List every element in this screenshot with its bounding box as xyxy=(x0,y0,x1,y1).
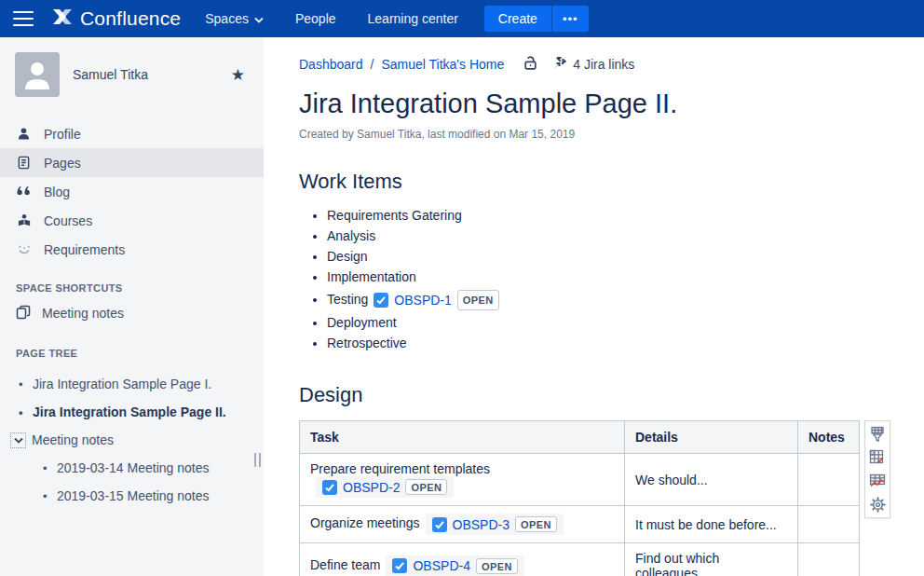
jira-issue-key[interactable]: OBSPD-2 xyxy=(343,480,400,495)
unlock-icon[interactable] xyxy=(523,55,538,74)
sidebar-item-pages[interactable]: Pages xyxy=(0,148,264,177)
page-tree-item-jira-integration-sample-page-i[interactable]: •Jira Integration Sample Page I. xyxy=(0,370,264,398)
top-navbar: Confluence SpacesPeopleLearning center C… xyxy=(0,0,924,37)
favourite-star-icon[interactable]: ★ xyxy=(231,65,249,85)
navbar-actions: Create ••• xyxy=(484,6,589,32)
product-name: Confluence xyxy=(80,7,181,30)
work-item-design: Design xyxy=(327,249,924,265)
sidebar-item-label: Blog xyxy=(44,185,70,199)
table-tools-toolbar xyxy=(864,420,890,518)
work-item-label: Analysis xyxy=(327,228,375,243)
page-tree-item-2019-03-15-meeting-notes[interactable]: •2019-03-15 Meeting notes xyxy=(0,482,264,510)
page-tree-item-label: 2019-03-14 Meeting notes xyxy=(57,460,209,475)
table-chart-icon[interactable] xyxy=(869,473,886,489)
space-profile-card[interactable]: Samuel Titka ★ xyxy=(0,37,264,106)
table-header-details: Details xyxy=(625,421,798,454)
work-item-label: Implementation xyxy=(327,269,416,284)
space-sidebar: Samuel Titka ★ ProfilePagesBlogCoursesRe… xyxy=(0,37,264,576)
hamburger-menu-icon[interactable] xyxy=(13,11,34,26)
task-checkbox-icon xyxy=(322,480,337,495)
work-item-implementation: Implementation xyxy=(327,269,924,285)
tree-bullet: • xyxy=(43,489,48,503)
requirements-icon xyxy=(16,242,32,256)
notes-cell xyxy=(798,506,860,543)
page-byline: Created by Samuel Titka, last modified o… xyxy=(299,128,924,141)
jira-issue-key[interactable]: OBSPD-3 xyxy=(453,517,510,532)
details-cell: It must be done before... xyxy=(625,506,798,543)
sidebar-item-label: Profile xyxy=(44,127,81,142)
jira-issue-badge[interactable]: OBSPD-4OPEN xyxy=(386,555,523,576)
jira-issue-badge[interactable]: OBSPD-3OPEN xyxy=(426,514,564,535)
page-tree-item-meeting-notes[interactable]: Meeting notes xyxy=(0,426,264,454)
table-header-notes: Notes xyxy=(798,421,860,454)
page-tree-item-label: Meeting notes xyxy=(32,432,114,447)
jira-links-count[interactable]: 4 Jira links xyxy=(573,57,634,72)
page-tree-title: PAGE TREE xyxy=(0,325,264,366)
work-item-label: Requirements Gatering xyxy=(327,208,462,223)
work-item-label: Deployment xyxy=(327,315,397,330)
jira-issue-badge[interactable]: OBSPD-2OPEN xyxy=(316,476,454,498)
work-item-label: Retrospective xyxy=(327,336,407,350)
sidebar-resize-handle[interactable] xyxy=(254,453,261,467)
navbar-links: SpacesPeopleLearning center xyxy=(205,11,458,26)
sidebar-item-profile[interactable]: Profile xyxy=(0,119,264,148)
details-cell: Find out which colleagues... xyxy=(625,543,798,576)
tree-expand-toggle[interactable] xyxy=(10,432,26,448)
jira-status-lozenge: OPEN xyxy=(476,558,518,574)
page-tree-item-label: 2019-03-15 Meeting notes xyxy=(57,488,209,503)
work-item-testing: TestingOBSPD-1OPEN xyxy=(327,290,924,310)
jira-issue-key[interactable]: OBSPD-4 xyxy=(413,558,469,573)
breadcrumb-space-link[interactable]: Samuel Titka's Home xyxy=(381,57,504,72)
jira-issue-key[interactable]: OBSPD-1 xyxy=(394,293,451,309)
sidebar-menu: ProfilePagesBlogCoursesRequirements xyxy=(0,119,264,264)
nav-item-spaces[interactable]: Spaces xyxy=(205,11,264,26)
table-filter-icon[interactable] xyxy=(869,426,886,443)
table-row: Prepare requirement templatesOBSPD-2OPEN… xyxy=(300,454,860,506)
nav-item-people[interactable]: People xyxy=(295,11,336,26)
tree-bullet: • xyxy=(43,461,48,475)
create-button[interactable]: Create xyxy=(484,6,551,32)
copy-icon xyxy=(16,305,31,322)
details-cell: We should... xyxy=(625,454,798,506)
nav-item-learning-center[interactable]: Learning center xyxy=(368,11,458,26)
page-icon xyxy=(16,156,32,170)
chevron-down-icon xyxy=(254,11,264,26)
work-items-list: Requirements GateringAnalysisDesignImple… xyxy=(299,208,924,351)
space-shortcuts-title: SPACE SHORTCUTS xyxy=(0,264,264,301)
user-icon xyxy=(16,127,32,141)
task-checkbox-icon xyxy=(432,517,447,532)
sidebar-item-requirements[interactable]: Requirements xyxy=(0,235,264,264)
sidebar-item-courses[interactable]: Courses xyxy=(0,206,264,235)
sidebar-item-label: Pages xyxy=(44,156,81,171)
sidebar-item-label: Requirements xyxy=(44,242,125,257)
task-cell: Define teamOBSPD-4OPEN xyxy=(300,543,625,576)
page-tree-item-jira-integration-sample-page-ii[interactable]: •Jira Integration Sample Page II. xyxy=(0,398,264,426)
jira-issue-badge[interactable]: OBSPD-1OPEN xyxy=(374,290,498,310)
task-checkbox-icon xyxy=(392,558,407,573)
confluence-logo[interactable]: Confluence xyxy=(52,7,181,30)
nav-item-label: People xyxy=(295,11,336,26)
task-label: Define team xyxy=(310,557,380,572)
sidebar-item-label: Courses xyxy=(44,213,92,228)
work-item-requirements-gatering: Requirements Gatering xyxy=(327,208,924,224)
work-items-heading: Work Items xyxy=(299,170,924,194)
page-tree: •Jira Integration Sample Page I.•Jira In… xyxy=(0,370,264,510)
task-cell: Organize meetingsOBSPD-3OPEN xyxy=(300,506,625,543)
page-tree-item-label: Jira Integration Sample Page I. xyxy=(33,377,211,391)
tree-bullet: • xyxy=(19,405,24,419)
courses-icon xyxy=(16,213,32,227)
table-header-task: Task xyxy=(300,421,625,454)
avatar xyxy=(15,52,60,97)
space-name: Samuel Titka xyxy=(73,67,231,82)
shortcut-meeting-notes[interactable]: Meeting notes xyxy=(0,301,264,325)
work-item-label: Testing xyxy=(327,292,368,307)
page-tree-item-2019-03-14-meeting-notes[interactable]: •2019-03-14 Meeting notes xyxy=(0,454,264,482)
breadcrumb-dashboard-link[interactable]: Dashboard xyxy=(299,57,363,72)
nav-item-label: Spaces xyxy=(205,11,249,26)
more-actions-button[interactable]: ••• xyxy=(551,6,589,32)
sidebar-item-blog[interactable]: Blog xyxy=(0,177,264,206)
settings-gear-icon[interactable] xyxy=(869,496,886,513)
jira-links-icon[interactable] xyxy=(551,56,567,74)
space-shortcuts-list: Meeting notes xyxy=(0,301,264,325)
pivot-table-icon[interactable] xyxy=(869,449,886,466)
